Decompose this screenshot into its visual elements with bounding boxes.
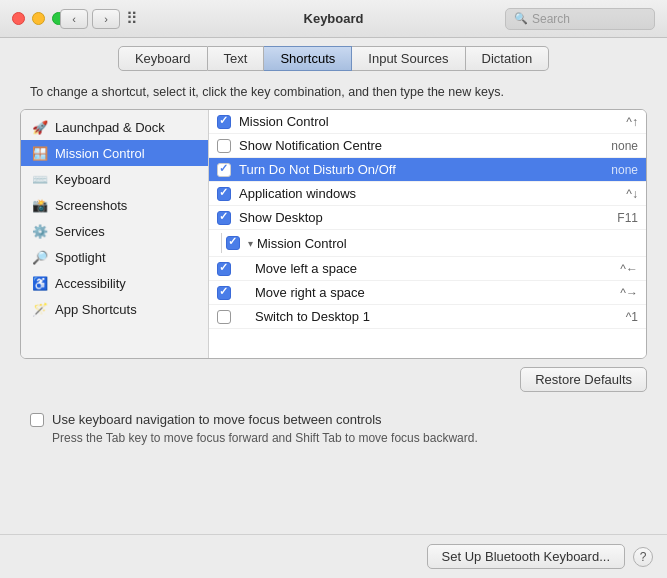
checkbox-mission-control-group[interactable] xyxy=(226,236,240,250)
shortcut-row-mission-control-group[interactable]: ▾ Mission Control xyxy=(209,230,646,257)
bottom-bar: Set Up Bluetooth Keyboard... ? xyxy=(0,534,667,578)
key-switch-desktop: ^1 xyxy=(626,310,638,324)
key-show-desktop: F11 xyxy=(617,211,638,225)
sidebar-label-services: Services xyxy=(55,224,105,239)
launchpad-icon: 🚀 xyxy=(31,118,49,136)
label-show-desktop: Show Desktop xyxy=(239,210,609,225)
accessibility-icon: ♿ xyxy=(31,274,49,292)
tab-keyboard[interactable]: Keyboard xyxy=(118,46,208,71)
shortcut-row-move-left[interactable]: Move left a space ^← xyxy=(209,257,646,281)
titlebar: ‹ › ⠿ Keyboard 🔍 Search xyxy=(0,0,667,38)
nav-buttons: ‹ › xyxy=(60,9,120,29)
checkbox-show-desktop[interactable] xyxy=(217,211,231,225)
key-application-windows: ^↓ xyxy=(626,187,638,201)
checkbox-mission-control-header[interactable] xyxy=(217,115,231,129)
help-button[interactable]: ? xyxy=(633,547,653,567)
tab-text[interactable]: Text xyxy=(208,46,265,71)
search-placeholder: Search xyxy=(532,12,570,26)
keyboard-nav-description: Press the Tab key to move focus forward … xyxy=(30,431,637,445)
label-application-windows: Application windows xyxy=(239,186,618,201)
sidebar-label-mission-control: Mission Control xyxy=(55,146,145,161)
keyboard-nav-checkbox[interactable] xyxy=(30,413,44,427)
bottom-section: Use keyboard navigation to move focus be… xyxy=(0,400,667,453)
label-move-right: Move right a space xyxy=(239,285,612,300)
sidebar: 🚀 Launchpad & Dock 🪟 Mission Control ⌨️ … xyxy=(21,110,209,358)
forward-button[interactable]: › xyxy=(92,9,120,29)
label-show-notification: Show Notification Centre xyxy=(239,138,603,153)
sidebar-item-screenshots[interactable]: 📸 Screenshots xyxy=(21,192,208,218)
restore-defaults-container: Restore Defaults xyxy=(0,359,667,400)
tabbar: Keyboard Text Shortcuts Input Sources Di… xyxy=(0,38,667,77)
checkbox-switch-desktop[interactable] xyxy=(217,310,231,324)
instruction-text: To change a shortcut, select it, click t… xyxy=(0,77,667,109)
sidebar-item-spotlight[interactable]: 🔎 Spotlight xyxy=(21,244,208,270)
label-move-left: Move left a space xyxy=(239,261,612,276)
mission-control-icon: 🪟 xyxy=(31,144,49,162)
key-show-notification: none xyxy=(611,139,638,153)
key-mission-control-header: ^↑ xyxy=(626,115,638,129)
back-icon: ‹ xyxy=(72,13,76,25)
sidebar-item-launchpad-dock[interactable]: 🚀 Launchpad & Dock xyxy=(21,114,208,140)
app-shortcuts-icon: 🪄 xyxy=(31,300,49,318)
sidebar-label-screenshots: Screenshots xyxy=(55,198,127,213)
label-mission-control-group: Mission Control xyxy=(257,236,638,251)
keyboard-nav-row: Use keyboard navigation to move focus be… xyxy=(30,412,637,427)
sidebar-label-spotlight: Spotlight xyxy=(55,250,106,265)
bluetooth-keyboard-button[interactable]: Set Up Bluetooth Keyboard... xyxy=(427,544,625,569)
main-content: 🚀 Launchpad & Dock 🪟 Mission Control ⌨️ … xyxy=(20,109,647,359)
key-move-left: ^← xyxy=(620,262,638,276)
shortcut-row-show-notification[interactable]: Show Notification Centre none xyxy=(209,134,646,158)
checkbox-turn-do-not-disturb[interactable] xyxy=(217,163,231,177)
sidebar-item-accessibility[interactable]: ♿ Accessibility xyxy=(21,270,208,296)
keyboard-nav-label: Use keyboard navigation to move focus be… xyxy=(52,412,382,427)
traffic-lights xyxy=(12,12,65,25)
sidebar-label-app-shortcuts: App Shortcuts xyxy=(55,302,137,317)
grid-icon: ⠿ xyxy=(126,9,138,28)
sidebar-item-mission-control[interactable]: 🪟 Mission Control xyxy=(21,140,208,166)
tab-shortcuts[interactable]: Shortcuts xyxy=(264,46,352,71)
search-box[interactable]: 🔍 Search xyxy=(505,8,655,30)
sidebar-label-launchpad-dock: Launchpad & Dock xyxy=(55,120,165,135)
minimize-button[interactable] xyxy=(32,12,45,25)
shortcuts-panel: Mission Control ^↑ Show Notification Cen… xyxy=(209,110,646,358)
search-icon: 🔍 xyxy=(514,12,528,25)
key-turn-do-not-disturb: none xyxy=(611,163,638,177)
tab-input-sources[interactable]: Input Sources xyxy=(352,46,465,71)
shortcut-row-move-right[interactable]: Move right a space ^→ xyxy=(209,281,646,305)
checkbox-move-left[interactable] xyxy=(217,262,231,276)
forward-icon: › xyxy=(104,13,108,25)
back-button[interactable]: ‹ xyxy=(60,9,88,29)
grid-button[interactable]: ⠿ xyxy=(126,9,138,28)
keyboard-icon: ⌨️ xyxy=(31,170,49,188)
group-arrow: ▾ xyxy=(248,238,253,249)
shortcut-row-application-windows[interactable]: Application windows ^↓ xyxy=(209,182,646,206)
tab-dictation[interactable]: Dictation xyxy=(466,46,550,71)
screenshots-icon: 📸 xyxy=(31,196,49,214)
close-button[interactable] xyxy=(12,12,25,25)
spotlight-icon: 🔎 xyxy=(31,248,49,266)
shortcut-row-switch-desktop[interactable]: Switch to Desktop 1 ^1 xyxy=(209,305,646,329)
shortcut-row-turn-do-not-disturb[interactable]: Turn Do Not Disturb On/Off none xyxy=(209,158,646,182)
divider xyxy=(221,233,222,253)
sidebar-item-app-shortcuts[interactable]: 🪄 App Shortcuts xyxy=(21,296,208,322)
checkbox-show-notification[interactable] xyxy=(217,139,231,153)
label-switch-desktop: Switch to Desktop 1 xyxy=(239,309,618,324)
label-turn-do-not-disturb: Turn Do Not Disturb On/Off xyxy=(239,162,603,177)
shortcut-row-mission-control-header[interactable]: Mission Control ^↑ xyxy=(209,110,646,134)
checkbox-move-right[interactable] xyxy=(217,286,231,300)
sidebar-item-services[interactable]: ⚙️ Services xyxy=(21,218,208,244)
checkbox-application-windows[interactable] xyxy=(217,187,231,201)
key-move-right: ^→ xyxy=(620,286,638,300)
window-title: Keyboard xyxy=(304,11,364,26)
sidebar-label-keyboard: Keyboard xyxy=(55,172,111,187)
sidebar-label-accessibility: Accessibility xyxy=(55,276,126,291)
label-mission-control-header: Mission Control xyxy=(239,114,618,129)
restore-defaults-button[interactable]: Restore Defaults xyxy=(520,367,647,392)
sidebar-item-keyboard[interactable]: ⌨️ Keyboard xyxy=(21,166,208,192)
services-icon: ⚙️ xyxy=(31,222,49,240)
shortcut-row-show-desktop[interactable]: Show Desktop F11 xyxy=(209,206,646,230)
